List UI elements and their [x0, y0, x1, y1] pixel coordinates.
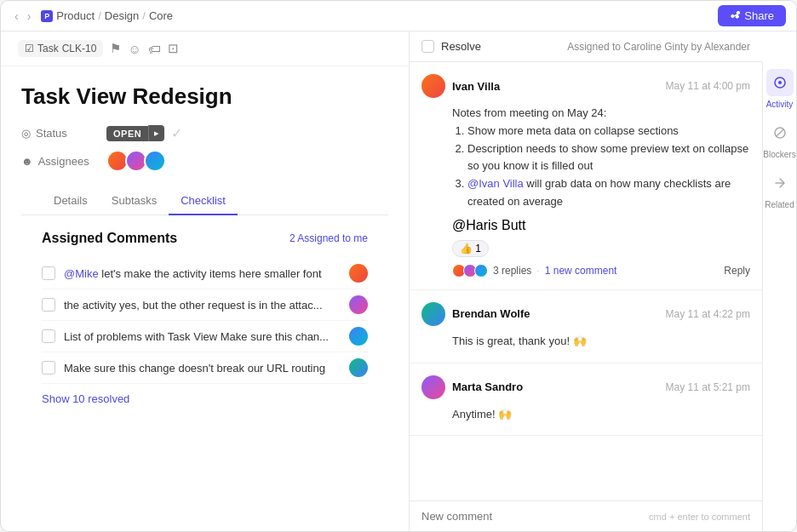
- related-icon: [773, 176, 787, 190]
- item-text-4: Make sure this change doesn't break our …: [64, 362, 341, 375]
- related-label: Related: [765, 200, 794, 209]
- related-sidebar-btn[interactable]: [766, 169, 794, 197]
- task-toolbar: ☑ Task CLK-10 ⚑ ☺ 🏷 ⊡: [1, 31, 409, 66]
- comment-time-marta: May 11 at 5:21 pm: [666, 381, 750, 393]
- resolve-checkbox[interactable]: [421, 40, 434, 53]
- thumbs-up-reaction[interactable]: 👍 1: [452, 240, 489, 257]
- new-comment-bar: cmd + enter to comment: [410, 501, 762, 531]
- reply-avatars: [452, 264, 488, 277]
- tab-checklist[interactable]: Checklist: [169, 187, 238, 215]
- comment-list-item-1: Show more meta data on collapse sections: [467, 123, 750, 140]
- task-body: Task View Redesign ◎ Status OPEN ▸ ✓: [1, 66, 409, 531]
- title-bar: ‹ › P Product / Design / Core Share: [1, 1, 796, 31]
- breadcrumb-design[interactable]: Design: [105, 9, 139, 22]
- replies-count[interactable]: 3 replies: [493, 265, 531, 277]
- tab-subtasks[interactable]: Subtasks: [100, 187, 169, 215]
- checklist-content: Assigned Comments 2 Assigned to me @Mike…: [21, 215, 388, 421]
- breadcrumb-sep-1: /: [98, 9, 101, 22]
- author-name-ivan: Ivan Villa: [452, 80, 500, 93]
- comment-footer-ivan: 3 replies · 1 new comment Reply: [452, 264, 750, 277]
- task-meta: ◎ Status OPEN ▸ ✓ ☻ Assignees: [21, 125, 388, 172]
- author-name-marta: Marta Sandro: [452, 380, 523, 393]
- activity-icon: [773, 76, 787, 89]
- reply-avatar-3: [474, 264, 488, 277]
- comment-header-brendan: Brendan Wolfe May 11 at 4:22 pm: [421, 302, 750, 326]
- title-bar-left: ‹ › P Product / Design / Core: [11, 8, 173, 25]
- svg-line-3: [777, 129, 783, 136]
- section-title: Assigned Comments: [42, 231, 177, 246]
- new-comment-label[interactable]: 1 new comment: [545, 265, 617, 277]
- show-resolved-link[interactable]: Show 10 resolved: [42, 392, 129, 405]
- comment-intro-ivan: Notes from meeting on May 24:: [452, 105, 750, 123]
- comments-panel: Resolve Assigned to Caroline Ginty by Al…: [410, 31, 762, 531]
- comment-hint: cmd + enter to comment: [649, 512, 750, 522]
- assignees-row: ☻ Assignees: [21, 150, 388, 172]
- item-text-2: the activity yes, but the other request …: [64, 299, 341, 312]
- comment-body-ivan: Notes from meeting on May 24: Show more …: [452, 105, 750, 211]
- replies-info: 3 replies · 1 new comment: [452, 264, 616, 277]
- reply-button-ivan[interactable]: Reply: [724, 265, 750, 277]
- checkbox-1[interactable]: [42, 266, 55, 280]
- comment-text-brendan: This is great, thank you! 🙌: [452, 333, 750, 351]
- main-content: ☑ Task CLK-10 ⚑ ☺ 🏷 ⊡ Task View Redesign…: [1, 31, 796, 531]
- checklist-item-3: List of problems with Task View Make sur…: [42, 321, 368, 352]
- checkbox-2[interactable]: [42, 298, 55, 312]
- assigned-badge[interactable]: 2 Assigned to me: [290, 232, 368, 244]
- avatar-3: [144, 150, 166, 172]
- comment-author-brendan: Brendan Wolfe: [421, 302, 530, 326]
- image-icon[interactable]: ⊡: [168, 41, 179, 56]
- activity-label: Activity: [766, 100, 794, 109]
- forward-button[interactable]: ›: [24, 8, 35, 25]
- task-icon: ☑: [25, 43, 34, 54]
- emoji-icon[interactable]: ☺: [128, 42, 140, 56]
- task-id: CLK-10: [62, 43, 97, 54]
- new-comment-input[interactable]: [421, 510, 649, 523]
- comment-time-ivan: May 11 at 4:00 pm: [666, 80, 750, 92]
- item-avatar-1: [349, 264, 368, 283]
- comment-author-ivan: Ivan Villa: [421, 74, 500, 98]
- item-avatar-2: [349, 295, 368, 314]
- comment-text-marta: Anytime! 🙌: [452, 406, 750, 424]
- checkbox-3[interactable]: [42, 329, 55, 343]
- resolve-left: Resolve: [421, 40, 481, 53]
- blockers-sidebar-btn[interactable]: [766, 119, 794, 146]
- flag-icon[interactable]: ⚑: [110, 41, 121, 56]
- comment-time-brendan: May 11 at 4:22 pm: [666, 308, 750, 320]
- task-badge: ☑ Task CLK-10: [18, 40, 103, 57]
- tag-icon[interactable]: 🏷: [148, 42, 161, 56]
- author-name-brendan: Brendan Wolfe: [452, 307, 530, 320]
- resolve-bar: Resolve Assigned to Caroline Ginty by Al…: [410, 31, 762, 62]
- assignees-icon: ☻: [21, 155, 33, 168]
- product-icon: P: [41, 10, 53, 22]
- haris-mention[interactable]: @Haris Butt: [452, 218, 525, 233]
- status-check[interactable]: ✓: [171, 125, 182, 141]
- status-dropdown[interactable]: ▸: [148, 125, 164, 141]
- checklist-items: @Mike let's make the activity items here…: [42, 258, 368, 384]
- comment-emoji-ivan: 👍 1: [452, 240, 750, 257]
- tab-details[interactable]: Details: [42, 187, 100, 215]
- checkbox-4[interactable]: [42, 361, 55, 375]
- resolve-text[interactable]: Resolve: [441, 40, 481, 53]
- breadcrumb-core[interactable]: Core: [149, 9, 173, 22]
- back-button[interactable]: ‹: [11, 8, 22, 25]
- breadcrumb-product[interactable]: Product: [56, 9, 95, 22]
- blockers-label: Blockers: [763, 150, 795, 159]
- activity-sidebar-btn[interactable]: [766, 69, 794, 96]
- comment-list-ivan: Show more meta data on collapse sections…: [452, 123, 750, 211]
- breadcrumb-sep-2: /: [142, 9, 146, 22]
- share-button[interactable]: Share: [718, 5, 786, 26]
- status-row: ◎ Status OPEN ▸ ✓: [21, 125, 388, 141]
- comment-body-marta: Anytime! 🙌: [452, 406, 750, 424]
- left-panel: ☑ Task CLK-10 ⚑ ☺ 🏷 ⊡ Task View Redesign…: [1, 31, 410, 531]
- blockers-icon: [773, 126, 787, 140]
- status-label: ◎ Status: [21, 127, 98, 140]
- assignees-label: ☻ Assignees: [21, 155, 98, 168]
- status-badge: OPEN ▸ ✓: [106, 125, 182, 141]
- comment-list-item-2: Description needs to show some preview t…: [467, 140, 750, 176]
- share-icon: [730, 11, 740, 21]
- comment-header-marta: Marta Sandro May 11 at 5:21 pm: [421, 375, 750, 399]
- status-open[interactable]: OPEN: [106, 126, 148, 141]
- comment-ivan: Ivan Villa May 11 at 4:00 pm Notes from …: [410, 62, 762, 290]
- assignees-avatars[interactable]: [106, 150, 166, 172]
- comment-reactions-ivan: @Haris Butt: [452, 218, 750, 233]
